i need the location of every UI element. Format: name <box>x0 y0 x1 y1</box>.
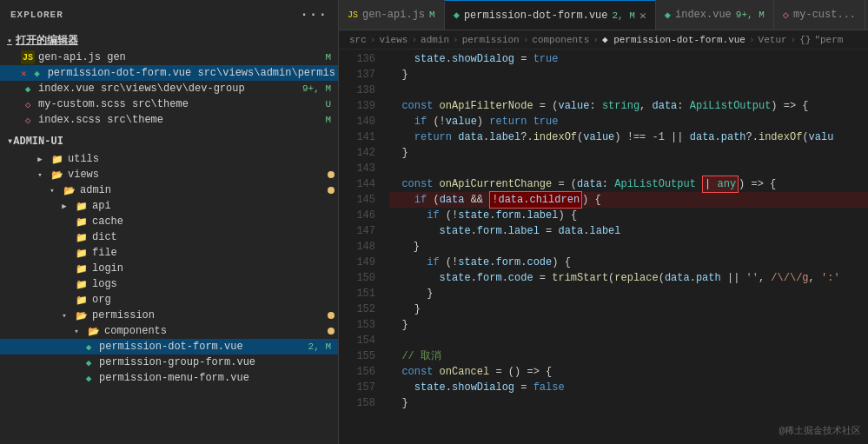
code-line: } <box>389 67 868 83</box>
tab-index-vue[interactable]: ◆ index.vue 9+, M <box>656 0 774 30</box>
admin-ui-label: ADMIN-UI <box>13 136 63 148</box>
folder-arrow: ▾ <box>70 324 83 338</box>
file-badge-m: M <box>325 52 338 63</box>
tab-badge: 2, M <box>613 10 635 21</box>
tab-permission-dot[interactable]: ◆ permission-dot-form.vue 2, M ✕ <box>445 0 656 30</box>
folder-components[interactable]: ▾ 📂 components <box>0 323 338 339</box>
folder-spacer <box>57 215 71 229</box>
dot-indicator <box>328 171 335 178</box>
file-name: permission-dot-form.vue src\views\admin\… <box>48 67 339 79</box>
tab-badge: M <box>429 10 435 20</box>
folder-arrow: ▶ <box>57 199 71 213</box>
file-permission-dot-form[interactable]: ◆ permission-dot-form.vue 2, M <box>0 339 338 355</box>
watermark: @稀土掘金技术社区 <box>779 424 861 437</box>
admin-ui-section: ▾ ADMIN-UI ▶ 📁 utils ▾ 📂 views ▾ 📂 admin… <box>0 129 338 388</box>
vue-icon: ◆ <box>82 355 96 369</box>
open-editor-gen-api[interactable]: JS gen-api.js gen M <box>0 50 338 65</box>
file-name: permission-group-form.vue <box>99 356 255 368</box>
dot-indicator <box>328 312 335 319</box>
file-badge: U <box>325 99 338 109</box>
line-numbers: 136 137 138 139 140 141 142 143 144 145 … <box>339 50 382 444</box>
folder-icon: 📁 <box>75 215 89 229</box>
code-line: } <box>389 286 868 302</box>
breadcrumb: src › views › admin › permission › compo… <box>339 30 868 50</box>
open-editor-permission-dot[interactable]: ✕ ◆ permission-dot-form.vue src\views\ad… <box>0 65 338 81</box>
folder-utils[interactable]: ▶ 📁 utils <box>0 151 338 167</box>
scss-icon: ◇ <box>783 9 789 22</box>
file-badge: 9+, M <box>302 83 338 94</box>
folder-spacer <box>57 262 71 275</box>
folder-icon: 📁 <box>50 152 64 166</box>
folder-login[interactable]: 📁 login <box>0 261 338 276</box>
open-editors-toggle[interactable]: ▾ 打开的编辑器 <box>0 31 338 50</box>
folder-name: permission <box>92 309 155 321</box>
folder-name: org <box>92 294 111 306</box>
tab-label: my-cust... <box>793 9 856 21</box>
folder-dict[interactable]: 📁 dict <box>0 229 338 245</box>
file-permission-menu-form[interactable]: ◆ permission-menu-form.vue <box>0 370 338 386</box>
code-line: if (!value) return true <box>389 114 868 129</box>
close-file-icon[interactable]: ✕ <box>21 68 27 79</box>
code-line: 💡 } <box>389 239 868 255</box>
open-editor-index-vue[interactable]: ◆ index.vue src\views\dev\dev-group 9+, … <box>0 81 338 96</box>
folder-logs[interactable]: 📁 logs <box>0 276 338 292</box>
code-line: if (data && !data.children) { <box>389 192 868 208</box>
folder-icon: 📁 <box>75 230 89 244</box>
folder-admin[interactable]: ▾ 📂 admin <box>0 182 338 198</box>
admin-ui-title[interactable]: ▾ ADMIN-UI <box>0 131 338 151</box>
open-editors-section: ▾ 打开的编辑器 JS gen-api.js gen M ✕ ◆ permiss… <box>0 30 338 129</box>
tab-badge: 9+, M <box>736 10 765 20</box>
folder-views[interactable]: ▾ 📂 views <box>0 167 338 182</box>
folder-name: file <box>92 247 117 259</box>
breadcrumb-admin: admin <box>421 35 449 45</box>
code-line: const onApiCurrentChange = (data: ApiLis… <box>389 176 868 192</box>
code-line: // 取消 <box>389 348 868 364</box>
code-line: } <box>389 302 868 317</box>
file-name: permission-menu-form.vue <box>99 372 249 384</box>
breadcrumb-components: components <box>532 35 589 45</box>
folder-name: views <box>68 169 99 181</box>
code-area[interactable]: 136 137 138 139 140 141 142 143 144 145 … <box>339 50 868 444</box>
folder-name: admin <box>80 184 111 196</box>
js-icon: JS <box>21 50 35 64</box>
folder-name: dict <box>92 231 117 243</box>
folder-arrow: ▾ <box>57 308 71 322</box>
tab-my-custom[interactable]: ◇ my-cust... <box>774 0 865 30</box>
folder-file[interactable]: 📁 file <box>0 245 338 261</box>
tab-label: gen-api.js <box>362 9 425 21</box>
folder-arrow: ▶ <box>33 152 47 166</box>
folder-api[interactable]: ▶ 📁 api <box>0 198 338 214</box>
code-line <box>389 333 868 348</box>
folder-name: api <box>92 200 111 212</box>
folder-spacer <box>57 293 71 307</box>
code-line: const onCancel = () => { <box>389 364 868 380</box>
folder-arrow: ▾ <box>33 168 47 182</box>
breadcrumb-permission: permission <box>462 35 520 45</box>
folder-cache[interactable]: 📁 cache <box>0 214 338 229</box>
scss-icon: ◇ <box>21 113 35 127</box>
folder-open-icon: 📂 <box>75 308 89 322</box>
file-name: permission-dot-form.vue <box>99 341 243 353</box>
file-name: my-custom.scss src\theme <box>38 98 189 110</box>
vue-icon: ◆ <box>82 340 96 354</box>
code-line: const onApiFilterNode = (value: string, … <box>389 98 868 114</box>
sidebar: EXPLORER ··· ▾ 打开的编辑器 JS gen-api.js gen … <box>0 0 339 444</box>
folder-icon: 📁 <box>75 277 89 291</box>
folder-icon: 📁 <box>75 246 89 260</box>
breadcrumb-file: ◆ permission-dot-form.vue <box>602 34 745 45</box>
sidebar-menu-icon[interactable]: ··· <box>300 7 328 23</box>
code-line: state.showDialog = true <box>389 51 868 67</box>
folder-icon: 📁 <box>75 199 89 213</box>
tab-gen-api[interactable]: JS gen-api.js M <box>339 0 445 30</box>
file-permission-group-form[interactable]: ◆ permission-group-form.vue <box>0 355 338 370</box>
close-tab-icon[interactable]: ✕ <box>639 9 646 23</box>
folder-name: logs <box>92 278 117 290</box>
tab-label: permission-dot-form.vue <box>464 10 608 22</box>
folder-permission[interactable]: ▾ 📂 permission <box>0 308 338 323</box>
open-editor-index-scss[interactable]: ◇ index.scss src\theme M <box>0 112 338 128</box>
editor: JS gen-api.js M ◆ permission-dot-form.vu… <box>339 0 868 444</box>
folder-open-icon: 📂 <box>87 324 101 338</box>
folder-org[interactable]: 📁 org <box>0 292 338 308</box>
open-editor-my-custom[interactable]: ◇ my-custom.scss src\theme U <box>0 96 338 112</box>
folder-spacer <box>57 277 71 291</box>
